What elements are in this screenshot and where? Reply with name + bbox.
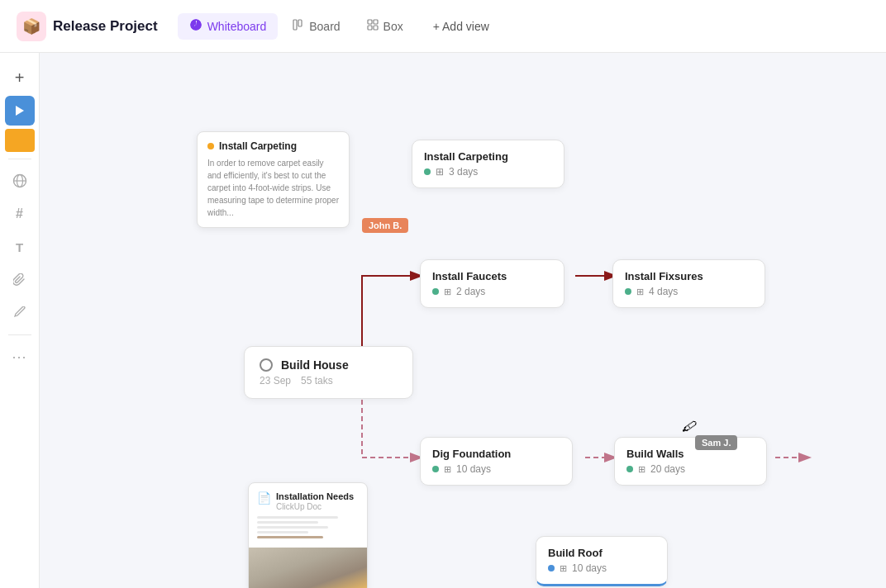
svg-rect-6 <box>374 26 378 30</box>
days-icon: ⊞ <box>636 287 644 297</box>
svg-rect-4 <box>374 20 378 24</box>
doc-line-5 <box>257 536 323 538</box>
note-dot <box>207 143 214 149</box>
sidebar-attach-button[interactable] <box>5 265 35 295</box>
sidebar-more-button[interactable]: ··· <box>5 342 35 372</box>
build-house-card[interactable]: Build House 23 Sep 55 taks <box>244 346 413 399</box>
svg-rect-1 <box>293 20 297 30</box>
tab-box[interactable]: Box <box>355 14 415 39</box>
doc-image-inner <box>249 548 367 588</box>
tab-board[interactable]: Board <box>281 14 351 39</box>
status-dot <box>432 466 439 472</box>
doc-icon: 📄 <box>257 491 271 505</box>
task-meta: ⊞ 4 days <box>625 286 753 297</box>
task-title: Install Carpeting <box>424 150 552 163</box>
nav-tabs: Whiteboard Board Box <box>178 13 501 40</box>
install-carpeting-task-card[interactable]: Install Carpeting ⊞ 3 days <box>412 140 564 188</box>
tab-box-label: Box <box>383 20 403 33</box>
sidebar-edit-button[interactable] <box>5 298 35 328</box>
sam-avatar: Sam J. <box>695 435 737 450</box>
status-dot <box>625 288 631 295</box>
sidebar-globe-button[interactable] <box>5 166 35 196</box>
doc-header: 📄 Installation Needs ClickUp Doc <box>249 483 367 516</box>
doc-subtitle: ClickUp Doc <box>276 502 354 511</box>
build-roof-card[interactable]: Build Roof ⊞ 10 days <box>536 536 668 586</box>
task-meta: ⊞ 20 days <box>626 463 755 475</box>
sidebar-hash-button[interactable]: # <box>5 199 35 229</box>
install-carpeting-note-card: Install Carpeting In order to remove car… <box>197 131 350 228</box>
john-avatar: John B. <box>362 218 408 233</box>
add-view-button[interactable]: + Add view <box>422 15 501 38</box>
status-dot <box>424 168 431 175</box>
doc-title: Installation Needs <box>276 491 354 501</box>
header: 📦 Release Project Whiteboard Boar <box>0 0 886 53</box>
task-title: Build Roof <box>548 547 655 559</box>
doc-line-3 <box>257 526 328 529</box>
note-card-body: In order to remove carpet easily and eff… <box>207 157 339 219</box>
status-dot <box>548 565 555 571</box>
days-icon: ⊞ <box>638 464 645 475</box>
group-icon <box>260 358 273 372</box>
doc-line-2 <box>257 521 318 524</box>
install-fixsures-card[interactable]: Install Fixsures ⊞ 4 days <box>612 259 765 308</box>
tab-board-label: Board <box>309 20 340 33</box>
board-icon <box>293 19 304 34</box>
task-icon: ⊞ <box>436 166 444 178</box>
whiteboard-icon <box>189 18 202 35</box>
task-title: Install Fixsures <box>625 270 753 282</box>
connector-lines <box>40 53 886 588</box>
svg-rect-2 <box>298 20 302 26</box>
tab-whiteboard[interactable]: Whiteboard <box>178 13 279 40</box>
task-meta: ⊞ 3 days <box>424 166 552 178</box>
task-title: Install Faucets <box>432 270 552 282</box>
task-meta: ⊞ 10 days <box>548 562 655 574</box>
canvas: Install Carpeting In order to remove car… <box>40 53 886 588</box>
project-title: Release Project <box>53 18 158 35</box>
doc-line-4 <box>257 531 308 533</box>
task-meta: ⊞ 2 days <box>432 286 552 297</box>
doc-image <box>249 548 367 588</box>
task-meta: ⊞ 10 days <box>432 463 560 475</box>
install-faucets-card[interactable]: Install Faucets ⊞ 2 days <box>420 259 564 308</box>
status-dot <box>432 288 439 295</box>
group-meta: 23 Sep 55 taks <box>260 375 398 386</box>
build-walls-card[interactable]: Build Walls ⊞ 20 days <box>614 437 767 486</box>
doc-lines <box>249 516 367 548</box>
installation-doc-card[interactable]: 📄 Installation Needs ClickUp Doc <box>248 482 368 588</box>
sidebar: + # T ··· <box>0 53 40 588</box>
add-view-label: + Add view <box>433 20 489 33</box>
group-title: Build House <box>281 358 349 372</box>
sidebar-divider-1 <box>8 159 31 159</box>
doc-line-1 <box>257 516 338 519</box>
dig-foundation-card[interactable]: Dig Foundation ⊞ 10 days <box>420 437 573 486</box>
days-icon: ⊞ <box>444 464 451 475</box>
svg-rect-5 <box>368 26 372 30</box>
cursor-icon: 🖊 <box>681 417 700 436</box>
sidebar-sticky-button[interactable] <box>5 129 35 152</box>
box-icon <box>367 19 379 34</box>
sidebar-divider-2 <box>8 334 31 335</box>
status-dot <box>626 466 633 472</box>
note-card-title: Install Carpeting <box>207 140 339 152</box>
group-header: Build House <box>260 358 398 372</box>
sidebar-text-button[interactable]: T <box>5 232 35 262</box>
sidebar-add-button[interactable]: + <box>5 63 35 92</box>
sidebar-play-button[interactable] <box>5 96 35 126</box>
svg-rect-3 <box>368 20 372 24</box>
tab-whiteboard-label: Whiteboard <box>207 20 267 33</box>
days-icon: ⊞ <box>560 563 567 574</box>
task-title: Dig Foundation <box>432 448 560 460</box>
days-icon: ⊞ <box>444 287 451 297</box>
app-icon: 📦 <box>17 12 46 41</box>
